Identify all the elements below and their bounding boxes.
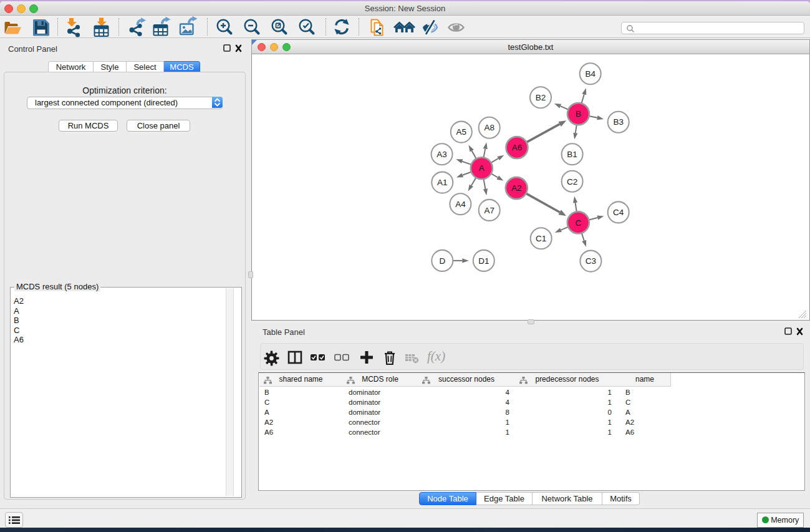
svg-text:B2: B2 xyxy=(536,93,546,102)
svg-text:A7: A7 xyxy=(484,206,494,215)
svg-text:B4: B4 xyxy=(585,69,595,79)
svg-text:A3: A3 xyxy=(436,150,447,159)
svg-text:C: C xyxy=(575,218,581,228)
svg-text:A1: A1 xyxy=(437,178,448,187)
svg-text:B: B xyxy=(576,109,581,118)
svg-text:C2: C2 xyxy=(567,177,577,186)
svg-text:D: D xyxy=(439,256,445,266)
svg-text:A4: A4 xyxy=(455,200,466,209)
svg-text:A: A xyxy=(479,163,485,173)
svg-text:A8: A8 xyxy=(484,123,494,132)
svg-text:C4: C4 xyxy=(613,208,624,217)
svg-text:A2: A2 xyxy=(511,183,522,193)
svg-text:B1: B1 xyxy=(567,150,577,159)
svg-text:A5: A5 xyxy=(456,127,467,137)
svg-text:C1: C1 xyxy=(536,234,546,243)
svg-text:C3: C3 xyxy=(586,256,596,266)
svg-text:D1: D1 xyxy=(478,256,489,266)
svg-text:A6: A6 xyxy=(512,143,523,152)
svg-text:B3: B3 xyxy=(613,117,624,127)
